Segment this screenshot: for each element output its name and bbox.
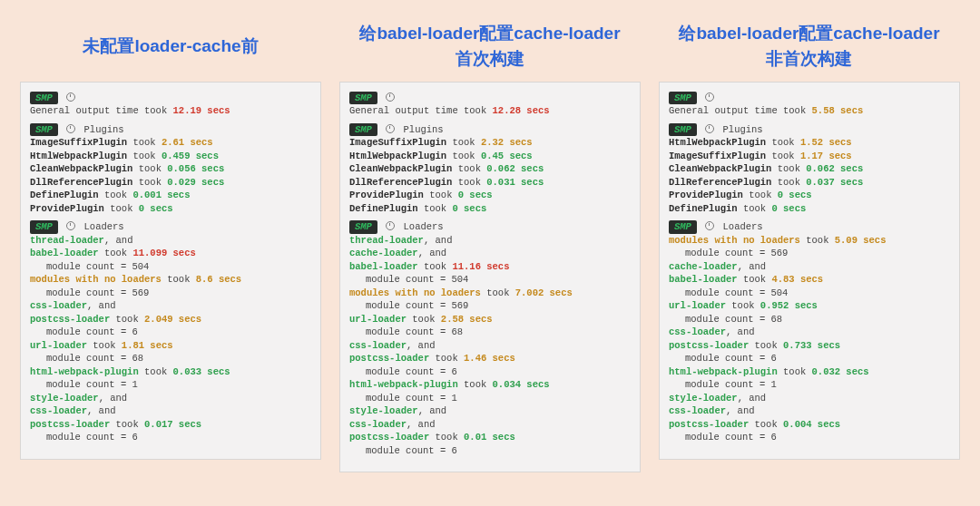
plugin-time: 0.45 secs [481,151,533,161]
module-count-label: module count = [46,379,132,390]
plugin-took-word: took [446,137,481,148]
module-count-value: 6 [771,432,777,443]
loader-name: thread-loader [349,235,424,246]
column-2: 给babel-loader配置cache-loader 非首次构建SMP Gen… [659,18,960,472]
plugin-name: ProvidePlugin [669,190,743,200]
plugin-row: ImageSuffixPlugin took 2.32 secs [349,137,533,148]
plugin-took-word: took [743,190,778,200]
loader-took-word: took [738,274,772,285]
module-count-label: module count = [685,353,771,364]
plugin-row: HtmlWebpackPlugin took 0.45 secs [349,151,533,161]
general-output-time: 12.28 secs [493,105,550,116]
module-count-value: 1 [132,379,138,390]
module-count-value: 68 [771,314,783,325]
plugin-time: 0 secs [778,190,812,200]
loader-took-word: took [87,340,122,351]
plugin-time: 1.17 secs [800,151,852,161]
module-count-value: 569 [452,300,469,311]
plugin-row: ImageSuffixPlugin took 1.17 secs [669,151,852,161]
plugin-row: DefinePlugin took 0 secs [669,203,806,214]
plugin-time: 0.031 secs [486,177,544,188]
loader-took-word: took [726,300,760,311]
module-count-line: module count = 6 [30,326,138,337]
smp-badge: SMP [30,220,58,233]
plugin-took-word: took [771,163,806,174]
loader-name: postcss-loader [30,314,110,325]
loader-name: css-loader [349,340,407,351]
plugins-block: SMP PluginsImageSuffixPlugin took 2.32 s… [349,123,631,215]
plugin-took-word: took [766,137,800,148]
loader-time: 0.017 secs [144,419,201,430]
loaders-label: Loaders [723,221,763,232]
module-count-value: 6 [452,445,457,456]
plugin-name: HtmlWebpackPlugin [30,151,127,161]
module-count-value: 6 [771,353,777,364]
plugin-row: DllReferencePlugin took 0.029 secs [30,177,224,188]
loader-name: postcss-loader [669,340,749,351]
plugin-name: ProvidePlugin [30,203,104,214]
module-count-line: module count = 1 [30,379,138,390]
module-count-label: module count = [366,326,452,337]
module-count-line: module count = 68 [349,326,463,337]
plugin-time: 2.61 secs [162,137,213,148]
clock-icon [66,221,75,230]
clock-icon [705,124,714,133]
module-count-label: module count = [685,248,771,258]
loader-name: html-webpack-plugin [349,379,458,390]
smp-badge: SMP [669,92,697,104]
plugin-name: CleanWebpackPlugin [669,163,771,174]
terminal-output: SMP General output time took 12.28 secsS… [339,82,641,472]
module-count-line: module count = 1 [669,379,777,390]
module-count-label: module count = [46,326,132,337]
module-count-line: module count = 504 [30,261,149,272]
plugin-time: 0.037 secs [806,177,863,188]
loader-time: 1.46 secs [464,353,515,364]
loader-name: modules with no loaders [349,287,481,298]
module-count-line: module count = 6 [349,445,457,456]
module-count-line: module count = 6 [349,366,457,377]
plugin-name: DllReferencePlugin [349,177,452,188]
plugin-took-word: took [104,203,139,214]
loader-and: , and [738,261,767,272]
plugin-time: 0 secs [452,203,486,214]
clock-icon [386,124,395,133]
plugin-row: DllReferencePlugin took 0.037 secs [669,177,863,188]
clock-icon [705,92,714,102]
comparison-row: 未配置loader-cache前SMP General output time … [20,18,960,472]
plugin-time: 0 secs [139,203,173,214]
loader-name: html-webpack-plugin [30,366,139,377]
loader-name: url-loader [669,300,726,311]
module-count-label: module count = [46,432,132,443]
module-count-value: 569 [771,248,789,258]
loader-time: 0.01 secs [464,432,515,443]
smp-badge: SMP [349,123,377,136]
plugin-name: HtmlWebpackPlugin [669,137,766,148]
module-count-value: 6 [452,366,457,377]
plugin-row: ProvidePlugin took 0 secs [349,190,493,200]
loader-name: modules with no loaders [669,235,800,246]
plugin-took-word: took [452,177,486,188]
loader-time: 8.6 secs [196,274,241,285]
loader-time: 7.002 secs [515,287,573,298]
module-count-line: module count = 6 [669,432,777,443]
plugin-name: DllReferencePlugin [669,177,771,188]
module-count-label: module count = [685,287,771,298]
loader-time: 0.032 secs [812,366,869,377]
plugin-took-word: took [132,177,167,188]
module-count-label: module count = [46,353,132,364]
smp-badge: SMP [349,220,377,233]
loader-name: babel-loader [669,274,738,285]
module-count-value: 68 [132,353,144,364]
smp-badge: SMP [669,220,697,233]
module-count-line: module count = 6 [30,432,138,443]
column-1: 给babel-loader配置cache-loader 首次构建SMP Gene… [339,18,641,472]
loader-and: , and [87,405,116,416]
loader-and: , and [418,248,447,258]
loader-and: , and [99,393,128,404]
loader-name: babel-loader [349,261,418,272]
loader-and: , and [424,235,453,246]
loader-took-word: took [162,274,196,285]
plugin-row: ProvidePlugin took 0 secs [669,190,812,200]
module-count-line: module count = 68 [669,314,782,325]
module-count-value: 504 [132,261,150,272]
